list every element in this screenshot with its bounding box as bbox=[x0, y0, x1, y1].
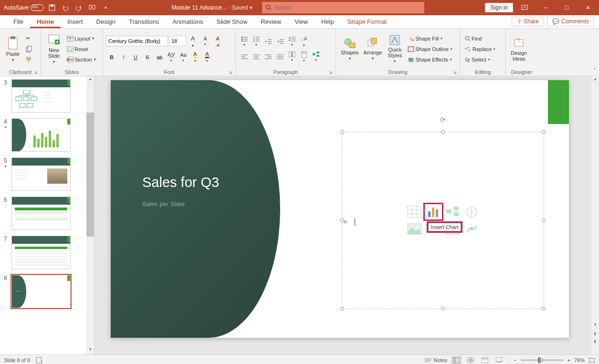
replace-button[interactable]: abReplace▾ bbox=[463, 44, 497, 54]
cut-button[interactable]: ✂ bbox=[24, 33, 34, 44]
search-box[interactable] bbox=[262, 2, 424, 13]
search-input[interactable] bbox=[274, 4, 420, 11]
char-spacing-button[interactable]: A͟V▾ bbox=[166, 51, 177, 63]
thumb-slide-5[interactable]: 5✶ ──────────────────────────────── bbox=[0, 155, 94, 194]
insert-3d-icon[interactable] bbox=[463, 204, 480, 219]
resize-handle[interactable] bbox=[542, 130, 546, 134]
design-ideas-button[interactable]: Design Ideas bbox=[509, 32, 529, 66]
text-direction-button[interactable]: ↓A▾ bbox=[298, 35, 310, 48]
shape-fill-button[interactable]: Shape Fill▾ bbox=[406, 33, 454, 44]
zoom-level[interactable]: 76% bbox=[574, 357, 585, 363]
layout-button[interactable]: Layout▾ bbox=[65, 33, 98, 44]
scroll-down-icon[interactable]: ▾ bbox=[591, 322, 599, 330]
autosave-pill[interactable] bbox=[31, 4, 44, 11]
insert-picture-icon[interactable] bbox=[406, 221, 423, 237]
zoom-in-button[interactable]: + bbox=[567, 357, 570, 363]
insert-chart-icon[interactable] bbox=[425, 204, 442, 219]
font-launcher-icon[interactable]: ⇲ bbox=[229, 70, 232, 75]
format-painter-button[interactable] bbox=[24, 54, 34, 65]
paragraph-launcher-icon[interactable]: ⇲ bbox=[329, 70, 333, 75]
font-name-input[interactable] bbox=[106, 36, 168, 46]
scroll-down-icon[interactable]: ▾ bbox=[86, 347, 94, 354]
zoom-out-button[interactable]: − bbox=[514, 357, 516, 363]
ribbon-display-icon[interactable] bbox=[515, 0, 534, 15]
undo-icon[interactable] bbox=[60, 2, 71, 13]
rotate-handle-icon[interactable]: ⟳ bbox=[440, 116, 446, 124]
thumb-slide-3[interactable]: 3 ──────────────────── bbox=[0, 76, 94, 115]
autosave-toggle[interactable]: AutoSave bbox=[4, 4, 44, 11]
content-placeholder[interactable]: ⟳ ▶ bbox=[342, 132, 544, 309]
tab-view[interactable]: View bbox=[288, 15, 315, 28]
tab-design[interactable]: Design bbox=[90, 15, 122, 28]
thumb-slide-7[interactable]: 7 bbox=[0, 233, 94, 272]
tab-slideshow[interactable]: Slide Show bbox=[210, 15, 254, 28]
font-size-input[interactable] bbox=[169, 36, 186, 46]
drawing-launcher-icon[interactable]: ⇲ bbox=[453, 70, 457, 75]
clipboard-launcher-icon[interactable]: ⇲ bbox=[34, 70, 38, 75]
align-right-button[interactable] bbox=[263, 50, 274, 63]
thumb-slide-4[interactable]: 4✶ bbox=[0, 115, 94, 155]
tab-transitions[interactable]: Transitions bbox=[122, 15, 166, 28]
paste-button[interactable]: Paste▾ bbox=[3, 32, 23, 66]
numbering-button[interactable]: 123▾ bbox=[251, 35, 262, 48]
tab-insert[interactable]: Insert bbox=[61, 15, 90, 28]
grow-font-button[interactable]: A▴ bbox=[187, 34, 199, 48]
new-slide-button[interactable]: New Slide▾ bbox=[44, 32, 64, 66]
resize-handle[interactable] bbox=[542, 218, 546, 222]
scroll-thumb[interactable] bbox=[86, 113, 94, 237]
slideshow-start-icon[interactable] bbox=[87, 2, 97, 13]
tab-animations[interactable]: Animations bbox=[166, 15, 210, 28]
shrink-font-button[interactable]: A▾ bbox=[200, 35, 211, 47]
resize-handle[interactable] bbox=[340, 130, 344, 134]
save-icon[interactable] bbox=[47, 2, 57, 13]
notes-button[interactable]: Notes bbox=[425, 357, 447, 363]
insert-smartart-icon[interactable] bbox=[444, 204, 461, 219]
resize-handle[interactable] bbox=[340, 307, 344, 311]
insert-table-icon[interactable] bbox=[406, 204, 423, 219]
signin-button[interactable]: Sign in bbox=[485, 3, 513, 12]
collapse-ribbon-icon[interactable]: ˄ bbox=[593, 68, 596, 74]
justify-button[interactable] bbox=[274, 50, 286, 63]
italic-button[interactable]: I bbox=[118, 53, 129, 61]
quick-styles-button[interactable]: Quick Styles▾ bbox=[385, 32, 405, 66]
editor-scrollbar[interactable]: ▴ ▾ ⬆ ⬇ bbox=[591, 76, 599, 354]
spellcheck-icon[interactable] bbox=[36, 357, 43, 364]
section-button[interactable]: Section▾ bbox=[65, 54, 98, 65]
minimize-icon[interactable]: ─ bbox=[536, 0, 555, 15]
redo-icon[interactable] bbox=[74, 2, 84, 13]
columns-button[interactable]: ▾ bbox=[286, 50, 298, 63]
maximize-icon[interactable]: ☐ bbox=[557, 0, 576, 15]
align-left-button[interactable] bbox=[239, 50, 250, 63]
tab-review[interactable]: Review bbox=[254, 15, 288, 28]
resize-handle[interactable] bbox=[441, 307, 445, 311]
reading-view-icon[interactable] bbox=[480, 356, 490, 364]
font-color-button[interactable]: A▾ bbox=[201, 50, 213, 64]
slide-subtitle[interactable]: Sales per State bbox=[142, 200, 185, 208]
shadow-button[interactable]: ab bbox=[154, 53, 165, 61]
qat-more-icon[interactable]: ▾ bbox=[100, 2, 111, 13]
tab-shape-format[interactable]: Shape Format bbox=[341, 15, 393, 28]
thumb-slide-8[interactable]: 8 ─── bbox=[0, 272, 94, 311]
clear-formatting-button[interactable]: A◢ bbox=[212, 35, 223, 48]
next-slide-icon[interactable]: ⬇ bbox=[591, 339, 599, 347]
zoom-slider[interactable] bbox=[521, 359, 564, 361]
thumb-slide-6[interactable]: 6 bbox=[0, 194, 94, 233]
smartart-convert-button[interactable]: ▾ bbox=[310, 50, 322, 63]
tab-file[interactable]: File bbox=[7, 15, 30, 28]
share-button[interactable]: ⇪Share bbox=[512, 17, 544, 26]
increase-indent-button[interactable] bbox=[274, 35, 286, 48]
sorter-view-icon[interactable] bbox=[465, 356, 476, 364]
slide-counter[interactable]: Slide 8 of 8 bbox=[4, 357, 30, 363]
shapes-button[interactable]: Shapes▾ bbox=[339, 32, 360, 66]
slide-editor[interactable]: Sales for Q3 Sales per State ⟳ ▶ bbox=[95, 76, 599, 354]
prev-slide-icon[interactable]: ⬆ bbox=[591, 332, 599, 339]
highlight-button[interactable]: A▾ bbox=[189, 50, 201, 64]
align-center-button[interactable] bbox=[251, 50, 262, 63]
bold-button[interactable]: B bbox=[106, 53, 117, 61]
select-button[interactable]: Select▾ bbox=[463, 54, 497, 65]
slideshow-view-icon[interactable] bbox=[494, 356, 504, 364]
line-spacing-button[interactable]: ▾ bbox=[286, 35, 298, 48]
thumbs-scrollbar[interactable]: ▴ ▾ bbox=[86, 76, 94, 354]
bullets-button[interactable]: ▾ bbox=[239, 35, 250, 48]
fit-to-window-icon[interactable] bbox=[588, 357, 595, 363]
